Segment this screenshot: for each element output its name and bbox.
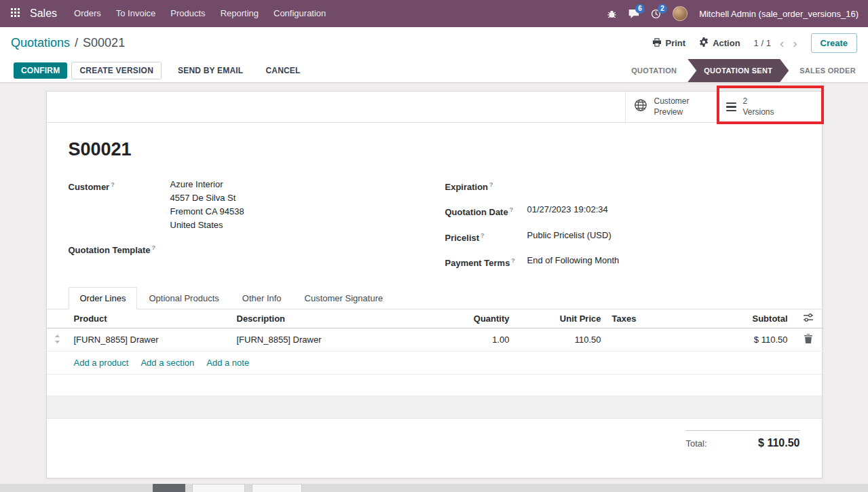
action-button[interactable]: Action [699,37,740,49]
print-button[interactable]: Print [652,38,686,49]
user-menu[interactable]: Mitchell Admin (sale_order_versions_16) [699,9,858,19]
gear-icon [699,37,709,49]
help-marker: ? [489,181,493,188]
odoo-sales-window: Sales Orders To Invoice Products Reporti… [0,0,868,492]
breadcrumb: Quotations / S00021 [11,36,125,50]
apps-menu-button[interactable] [11,8,24,19]
field-quotation-template: Quotation Template? [69,241,434,257]
control-panel: Quotations / S00021 Print Action 1 / 1 ‹… [0,27,868,59]
cancel-button[interactable]: CANCEL [259,62,306,79]
field-quotation-date: Quotation Date? 01/27/2023 19:02:34 [445,203,800,219]
globe-icon [634,98,647,115]
add-a-note-link[interactable]: Add a note [206,358,249,368]
breadcrumb-separator: / [75,36,78,50]
nav-item-to-invoice[interactable]: To Invoice [109,0,164,27]
drag-handle-cell [47,328,69,352]
empty-table-row [47,375,822,396]
stage-quotation-sent[interactable]: QUOTATION SENT [687,59,789,82]
debug-bug-icon[interactable] [607,9,617,19]
expiration-label: Expiration? [445,178,527,194]
column-header-taxes[interactable]: Taxes [607,309,692,328]
form-sheet: Customer Preview 2 Versions S00021 Cust [46,91,823,478]
activities-clock-icon[interactable]: 2 [651,9,661,19]
top-navbar: Sales Orders To Invoice Products Reporti… [0,0,868,27]
cutoff-button[interactable] [192,484,245,492]
nav-item-configuration[interactable]: Configuration [266,0,333,27]
row-actions-cell [793,328,823,352]
stage-quotation[interactable]: QUOTATION [620,59,687,82]
drag-handle-icon[interactable] [54,335,60,345]
send-by-email-button[interactable]: SEND BY EMAIL [172,62,249,79]
optional-columns-header [793,309,823,328]
column-header-subtotal[interactable]: Subtotal [692,309,793,328]
column-header-quantity[interactable]: Quantity [440,309,515,328]
empty-table-row-striped [47,396,822,419]
cutoff-button[interactable] [252,484,302,492]
quotation-date-value[interactable]: 01/27/2023 19:02:34 [527,203,608,219]
breadcrumb-quotations[interactable]: Quotations [11,36,70,50]
activities-count-badge: 2 [658,4,667,14]
user-avatar[interactable] [673,6,687,21]
delete-row-icon[interactable] [804,335,812,345]
handle-column-header [47,309,69,328]
customer-value[interactable]: Azure Interior 4557 De Silva St Fremont … [170,178,244,232]
optional-columns-icon[interactable] [804,314,813,324]
column-header-description[interactable]: Description [231,309,440,328]
customer-label: Customer? [69,178,170,232]
cutoff-button[interactable] [153,484,185,492]
add-a-product-link[interactable]: Add a product [74,358,129,368]
pager-next-icon[interactable]: › [793,37,797,50]
pricelist-value[interactable]: Public Pricelist (USD) [527,229,611,245]
nav-item-reporting[interactable]: Reporting [213,0,266,27]
quotation-template-label: Quotation Template? [69,241,170,257]
messages-icon[interactable]: 6 [628,9,639,19]
app-name[interactable]: Sales [30,7,57,20]
customer-preview-button[interactable]: Customer Preview [625,92,717,122]
field-expiration: Expiration? [445,178,800,194]
pricelist-label: Pricelist? [445,229,527,245]
apps-grid-icon [11,8,20,19]
cell-description[interactable]: [FURN_8855] Drawer [231,328,440,352]
create-version-button[interactable]: CREATE VERSION [71,62,162,79]
nav-item-products[interactable]: Products [163,0,212,27]
help-marker: ? [511,257,515,264]
tab-optional-products[interactable]: Optional Products [137,287,230,309]
stage-sales-order[interactable]: SALES ORDER [789,59,868,82]
table-add-links: Add a product Add a section Add a note [47,352,822,375]
messages-count-badge: 6 [635,4,645,14]
smart-button-bar: Customer Preview 2 Versions [47,92,822,123]
navbar-left: Sales Orders To Invoice Products Reporti… [11,0,333,27]
help-marker: ? [111,181,115,188]
systray: 6 2 Mitchell Admin (sale_order_versions_… [607,6,858,21]
cell-taxes[interactable] [607,328,692,352]
field-payment-terms: Payment Terms? End of Following Month [445,254,800,270]
versions-button[interactable]: 2 Versions [717,92,822,122]
tab-customer-signature[interactable]: Customer Signature [293,287,395,309]
status-pipeline: QUOTATION QUOTATION SENT SALES ORDER [620,59,868,82]
order-lines-table: Product Description Quantity Unit Price … [47,309,823,352]
form-view-background: Customer Preview 2 Versions S00021 Cust [0,83,868,492]
cell-product[interactable]: [FURN_8855] Drawer [69,328,231,352]
field-pricelist: Pricelist? Public Pricelist (USD) [445,229,800,245]
tab-order-lines[interactable]: Order Lines [69,287,138,309]
cell-unit-price[interactable]: 110.50 [515,328,607,352]
cell-quantity[interactable]: 1.00 [440,328,515,352]
help-marker: ? [480,232,485,239]
add-a-section-link[interactable]: Add a section [140,358,194,368]
column-header-unit-price[interactable]: Unit Price [515,309,607,328]
nav-item-orders[interactable]: Orders [67,0,109,27]
payment-terms-value[interactable]: End of Following Month [527,254,620,270]
confirm-button[interactable]: CONFIRM [14,62,67,79]
create-button[interactable]: Create [811,33,857,53]
payment-terms-label: Payment Terms? [445,254,527,270]
column-header-product[interactable]: Product [69,309,231,328]
field-column-left: Customer? Azure Interior 4557 De Silva S… [69,178,434,279]
tab-other-info[interactable]: Other Info [231,287,293,309]
pager-previous-icon[interactable]: ‹ [780,37,784,50]
control-panel-right: Print Action 1 / 1 ‹ › Create [652,33,858,53]
statusbar: CONFIRM CREATE VERSION SEND BY EMAIL CAN… [0,59,868,83]
total-label: Total: [686,438,707,449]
total-amount: $ 110.50 [758,437,799,449]
order-line-row[interactable]: [FURN_8855] Drawer [FURN_8855] Drawer 1.… [47,328,823,352]
pager: 1 / 1 ‹ › [754,37,797,50]
